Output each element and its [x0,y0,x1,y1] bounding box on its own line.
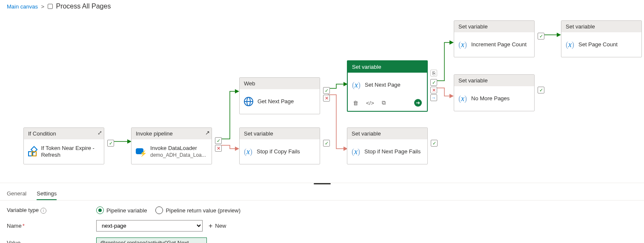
node-title: If Token Near Expire - Refresh [41,145,100,159]
node-no-more-pages[interactable]: Set variable xNo More Pages ✓ [454,74,535,111]
node-if-condition[interactable]: If Condition⤢ If Token Near Expire - Ref… [23,127,104,164]
port-success[interactable]: ✓ [107,140,114,147]
radio-pipeline-variable[interactable]: Pipeline variable [96,206,147,214]
breadcrumb-root[interactable]: Main canvas [7,3,38,10]
if-condition-icon [28,147,37,156]
node-title: Invoke DataLoaderdemo_ADH_Data_Loa... [150,145,206,159]
variable-icon: x [458,94,467,103]
node-set-page-count[interactable]: Set variable xSet Page Count [561,20,642,57]
name-label: Name* [7,223,96,229]
info-icon[interactable]: i [40,208,46,214]
node-stop-if-next-page-fails[interactable]: Set variable xStop if Next Page Fails ✓ [347,127,428,164]
node-type: Set variable [352,64,381,70]
properties-panel: General Settings Variable typei Pipeline… [0,183,644,243]
copy-icon[interactable]: ⧉ [382,99,386,106]
variable-icon: x [352,81,361,90]
node-title: Stop if Next Page Fails [364,148,421,155]
open-icon[interactable]: ↗ [205,130,210,136]
node-increment-page-count[interactable]: Set variable xIncrement Page Count ✓ [454,20,535,57]
code-icon[interactable]: </> [366,100,374,106]
port-success[interactable]: ✓ [431,140,438,147]
node-title: Set Page Count [578,41,618,48]
expand-icon[interactable]: ⤢ [97,130,102,136]
node-stop-if-copy-fails[interactable]: Set variable xStop if Copy Fails ✓ [239,127,320,164]
node-title: Set Next Page [365,82,401,88]
value-expression-input[interactable]: @replace( replace(activity('Get Next ... [96,237,207,243]
new-variable-button[interactable]: +New [209,222,226,230]
web-icon [244,97,253,106]
pipeline-canvas[interactable]: If Condition⤢ If Token Near Expire - Ref… [0,13,644,183]
node-type: Set variable [566,23,595,30]
variable-icon: x [458,40,467,49]
port-completion[interactable]: → [430,94,437,101]
node-type: Set variable [458,23,488,30]
port-success[interactable]: ✓ [430,79,437,86]
port-success[interactable]: ✓ [538,87,544,93]
breadcrumb-current: Process All Pages [56,3,111,10]
breadcrumb: Main canvas > Process All Pages [0,0,644,13]
tab-general[interactable]: General [7,188,26,200]
port-failure[interactable]: ✕ [430,87,437,93]
foreach-icon [48,4,53,9]
node-set-next-page[interactable]: Set variable xSet Next Page 🗑 </> ⧉ ➜ ⎘ … [347,60,428,112]
node-type: Set variable [458,77,488,84]
variable-icon: x [566,40,574,49]
node-type: Set variable [244,130,273,137]
run-icon[interactable]: ➜ [414,99,422,107]
node-type: Set variable [352,130,381,137]
node-title: Increment Page Count [471,41,527,48]
node-type: Invoke pipeline [136,130,173,137]
variable-type-label: Variable typei [7,207,96,214]
variable-icon: x [352,147,360,156]
node-web[interactable]: Web Get Next Page ✓ ✕ [239,77,320,114]
port-failure[interactable]: ✕ [323,95,330,102]
port-failure[interactable]: ✕ [215,145,222,152]
panel-tabs: General Settings [0,184,644,201]
value-label: Value [7,240,96,243]
radio-pipeline-return-value[interactable]: Pipeline return value (preview) [155,206,240,214]
node-title: No More Pages [471,95,509,102]
node-type: If Condition [28,130,56,137]
node-type: Web [244,80,255,87]
name-select[interactable]: next-page [96,220,203,232]
tab-settings[interactable]: Settings [37,188,57,200]
port-success[interactable]: ✓ [538,33,544,40]
port-success[interactable]: ✓ [215,137,222,144]
node-title: Stop if Copy Fails [257,148,300,155]
port-success[interactable]: ✓ [323,87,330,94]
node-invoke-pipeline[interactable]: Invoke pipeline↗ ⚡Invoke DataLoaderdemo_… [131,127,212,164]
breadcrumb-sep: > [40,3,46,10]
port-success[interactable]: ✓ [323,140,330,147]
delete-icon[interactable]: 🗑 [353,100,358,106]
port-add[interactable]: ⎘ [430,70,437,76]
invoke-pipeline-icon: ⚡ [136,147,146,156]
node-title: Get Next Page [258,98,294,105]
variable-icon: x [244,147,252,156]
